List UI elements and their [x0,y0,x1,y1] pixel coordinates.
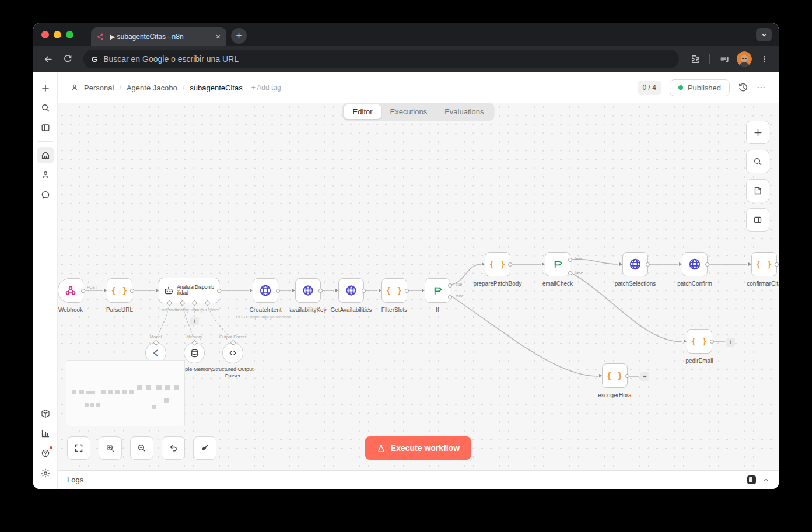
workflow-name[interactable]: subagenteCitas [190,83,242,92]
avatar[interactable] [737,51,752,66]
subnode-structured-output-parser[interactable]: Output Parser Structured Output Parser [222,342,243,363]
minimap-node [152,405,156,409]
version-history-icon[interactable] [738,82,748,93]
input-port [335,289,338,292]
output-port[interactable] [217,289,221,293]
media-controls-icon[interactable] [717,51,732,66]
published-button[interactable]: Published [670,79,730,96]
close-window-button[interactable] [41,31,49,38]
sidebar-search-icon[interactable] [37,100,54,116]
add-tag-button[interactable]: + Add tag [251,83,281,92]
node-createintent[interactable]: CreateIntent POST: https://api.youcanboo… [253,278,278,303]
output-port-true[interactable] [448,284,452,288]
tab-executions[interactable]: Executions [382,104,436,119]
add-node-panel-button[interactable] [746,121,769,144]
output-port[interactable] [508,262,512,267]
sidebar-home-icon[interactable] [37,147,54,163]
tab-close-icon[interactable]: × [216,33,220,41]
input-port [156,289,159,292]
output-port[interactable] [710,340,714,344]
sticky-note-button[interactable] [746,179,769,202]
node-if[interactable]: If [425,278,450,303]
tidy-up-button[interactable] [193,436,216,460]
edge-label-false: false [575,271,583,275]
node-label: preparePatchBody [474,281,522,287]
sidebar-insights-icon[interactable] [37,425,54,442]
output-port[interactable] [362,289,366,293]
http-globe-icon [628,257,642,271]
sidebar-help-icon[interactable] [37,445,54,461]
sidebar-settings-icon[interactable] [37,465,54,481]
output-port[interactable] [81,289,85,293]
breadcrumb-workspace[interactable]: Personal [84,83,114,92]
address-bar[interactable]: G Buscar en Google o escribir una URL [83,50,679,68]
window-controls [33,23,80,46]
undo-button[interactable] [162,436,185,460]
extensions-icon[interactable] [687,51,702,66]
node-escogerhora[interactable]: { } escogerHora [602,363,628,388]
minimap[interactable] [66,360,185,426]
node-webhook[interactable]: Webhook [58,278,83,303]
input-port [748,262,751,266]
output-port[interactable] [318,289,323,293]
workflow-canvas[interactable]: Editor Executions Evaluations Webhook PO… [58,103,779,470]
reload-icon[interactable] [60,51,75,66]
tab-editor[interactable]: Editor [344,104,382,119]
node-parseurl[interactable]: { } ParseURL [107,278,132,303]
output-port-true[interactable] [568,258,572,262]
node-availabilitykey[interactable]: availabilityKey [295,278,321,303]
output-port[interactable] [625,374,629,378]
zoom-in-button[interactable] [99,436,122,460]
node-pediremail[interactable]: { } pedirEmail [687,329,712,354]
add-tool-button[interactable]: + [190,317,199,326]
output-port[interactable] [276,289,280,293]
node-preparepatchbody[interactable]: { } preparePatchBody [485,252,510,276]
output-port[interactable] [705,262,709,267]
edge-if-false-escogerhora [452,296,598,376]
add-node-button[interactable]: + [726,338,735,346]
code-icon: { } [489,260,506,269]
output-port-false[interactable] [568,271,572,275]
workflow-menu-icon[interactable]: ⋯ [757,82,766,93]
person-icon [71,83,79,92]
output-port[interactable] [775,262,779,267]
tab-evaluations[interactable]: Evaluations [436,104,492,119]
expand-logs-chevron-icon[interactable] [763,477,769,483]
node-patchselections[interactable]: patchSelections [622,252,648,276]
sidebar-templates-icon[interactable] [37,405,54,422]
browser-menu-icon[interactable] [757,51,772,66]
issues-badge[interactable]: 0 / 4 [638,80,662,94]
zoom-out-button[interactable] [130,436,153,460]
node-emailcheck[interactable]: emailCheck [545,252,570,276]
sidebar-add-icon[interactable] [37,80,54,96]
execute-workflow-button[interactable]: Execute workflow [365,436,471,460]
logs-bar[interactable]: Logs [58,470,779,489]
subnode-simple-memory[interactable]: Memory Simple Memory [184,342,205,363]
zoom-to-fit-button[interactable] [67,436,90,460]
sidebar-chat-icon[interactable] [37,187,54,203]
output-port[interactable] [130,289,134,293]
output-port[interactable] [405,289,409,293]
new-tab-button[interactable]: + [231,28,247,44]
add-node-button[interactable]: + [640,372,649,381]
sidebar-panel-icon[interactable] [37,120,54,136]
output-port-false[interactable] [448,295,452,299]
node-confirmarcita[interactable]: { } confirmarCita [751,252,777,276]
node-analizardisponibilidad[interactable]: AnalizarDisponibilidad [159,278,219,303]
tab-search-chevron-icon[interactable] [756,28,772,41]
output-port[interactable] [646,262,650,267]
sidebar-personal-icon[interactable] [37,167,54,183]
back-icon[interactable] [40,51,55,66]
search-canvas-button[interactable] [746,150,769,173]
node-getavailabilities[interactable]: GetAvailabilities [338,278,364,303]
maximize-window-button[interactable] [66,31,74,38]
toggle-panel-button[interactable] [746,208,769,232]
breadcrumb-project[interactable]: Agente Jacobo [127,83,177,92]
minimize-window-button[interactable] [54,31,61,38]
minimap-node [108,390,113,394]
node-filterslots[interactable]: { } FilterSlots [382,278,407,303]
node-label: If [436,307,439,313]
browser-tab[interactable]: ▶ subagenteCitas - n8n × [91,27,226,46]
node-patchconfirm[interactable]: patchConfirm [682,252,708,276]
open-logs-panel-icon[interactable] [747,475,756,484]
